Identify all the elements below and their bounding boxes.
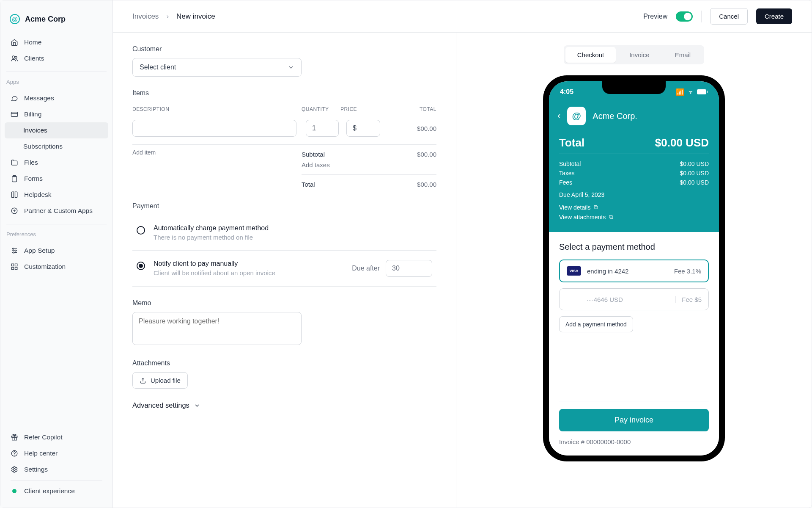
nav-label: Forms [24,175,43,182]
select-placeholder: Select client [140,64,176,71]
pay-invoice-button[interactable]: Pay invoice [559,409,709,431]
phone-time: 4:05 [560,88,573,96]
nav-help[interactable]: Help center [5,445,108,461]
due-after-label: Due after [352,265,380,272]
nav-label: Help center [24,450,58,457]
client-select[interactable]: Select client [132,58,302,77]
back-icon[interactable]: ‹ [557,110,560,121]
nav-messages[interactable]: Messages [5,90,108,106]
radio-checked[interactable] [137,262,145,270]
svg-point-24 [14,469,16,471]
divider [6,72,107,72]
phone-screen: 4:05 📶 ‹ @ Acme Corp. [549,81,719,456]
nav-label: Settings [24,466,48,473]
topbar: Invoices › New invoice Preview Cancel Cr… [113,0,812,33]
item-price-input[interactable] [346,120,380,137]
main: Invoices › New invoice Preview Cancel Cr… [113,0,812,508]
status-dot-icon [11,487,18,495]
breadcrumb: Invoices › New invoice [132,12,215,21]
home-icon [11,39,18,46]
nav-partner-apps[interactable]: Partner & Custom Apps [5,203,108,219]
radio-unchecked[interactable] [137,226,145,235]
nav-subscriptions[interactable]: Subscriptions [5,138,108,155]
grid-icon [11,263,18,271]
nav-client-exp[interactable]: Client experience [5,483,108,499]
sliders-icon [11,247,18,254]
svg-rect-15 [11,264,14,266]
items-label: Items [132,89,436,97]
customer-section: Customer Select client [132,45,436,77]
invoice-number: Invoice # 00000000-0000 [559,438,709,445]
nav-label: Customization [24,263,66,271]
col-description: DESCRIPTION [132,106,302,112]
nav-helpdesk[interactable]: Helpdesk [5,187,108,203]
cancel-button[interactable]: Cancel [710,8,748,25]
nav-app-setup[interactable]: App Setup [5,243,108,259]
create-button[interactable]: Create [756,8,792,24]
nav-home[interactable]: Home [5,34,108,50]
nav-customization[interactable]: Customization [5,259,108,275]
svg-point-1 [15,57,17,59]
view-attachments-link[interactable]: View attachments⧉ [559,212,709,222]
payment-option-auto[interactable]: Automatically charge payment method Ther… [132,215,436,251]
add-taxes-link[interactable]: Add taxes [302,161,330,168]
phone-body: Select a payment method VISA ending in 4… [549,232,719,456]
nav-label: Files [24,159,38,166]
nav-files[interactable]: Files [5,155,108,171]
tab-checkout[interactable]: Checkout [565,47,616,63]
nav-label: Subscriptions [23,143,63,150]
upload-file-button[interactable]: Upload file [132,372,188,389]
preview-column: Checkout Invoice Email 4:05 📶 [456,33,812,508]
nav-invoices[interactable]: Invoices [5,122,108,138]
totals: Subtotal $00.00 Add taxes Total $00.00 [302,149,436,190]
subtotal-line: Subtotal $00.00 [302,149,436,160]
nav-label: Refer Copilot [24,433,62,441]
item-description-input[interactable] [132,120,296,137]
nav-main: Home Clients [0,32,112,69]
clipboard-icon [11,175,18,182]
payment-method-bank[interactable]: 🏛 ····4646 USD Fee $5 [559,288,709,310]
phone-brand-logo-icon: @ [567,107,586,125]
divider [559,401,709,401]
folder-icon [11,159,18,166]
nav-settings[interactable]: Settings [5,461,108,478]
memo-textarea[interactable] [132,312,302,345]
nav-clients[interactable]: Clients [5,50,108,66]
brand-logo-icon: @ [10,14,20,24]
svg-point-12 [13,248,14,249]
preview-toggle[interactable] [676,11,693,22]
tab-invoice[interactable]: Invoice [617,47,661,63]
phone-notch [602,81,666,94]
items-footer: Add item Subtotal $00.00 Add taxes [132,149,436,190]
subtotal-value: $00.00 [417,151,436,158]
advanced-settings-toggle[interactable]: Advanced settings [132,401,436,409]
view-details-link[interactable]: View details⧉ [559,202,709,212]
svg-rect-16 [15,264,17,266]
upload-icon [140,377,146,384]
phone-total-value: $0.00 USD [655,136,709,149]
payment-option-manual[interactable]: Notify client to pay manually Client wil… [132,251,436,287]
chevron-down-icon [194,402,200,409]
gift-icon [11,433,18,441]
add-payment-method-button[interactable]: Add a payment method [559,316,633,332]
due-after-input[interactable] [386,260,432,277]
chevron-down-icon [288,64,294,71]
nav-refer[interactable]: Refer Copilot [5,429,108,445]
chevron-right-icon: › [166,12,169,21]
col-quantity: QUANTITY [302,106,340,112]
nav-label: Billing [24,110,41,118]
item-quantity-input[interactable] [306,120,339,137]
divider [6,224,107,224]
payment-method-visa[interactable]: VISA ending in 4242 Fee 3.1% [559,260,709,282]
nav-forms[interactable]: Forms [5,171,108,187]
attachments-section: Attachments Upload file [132,359,436,389]
option-sub: Client will be notified about an open in… [154,269,343,276]
tab-email[interactable]: Email [663,47,703,63]
upload-label: Upload file [151,377,181,384]
breadcrumb-parent[interactable]: Invoices [132,12,159,21]
svg-rect-2 [11,112,18,117]
nav-apps: Messages Billing Invoices Subscriptions … [0,88,112,221]
nav-billing[interactable]: Billing [5,106,108,122]
add-item-link[interactable]: Add item [132,149,302,190]
plus-circle-icon [11,207,18,215]
